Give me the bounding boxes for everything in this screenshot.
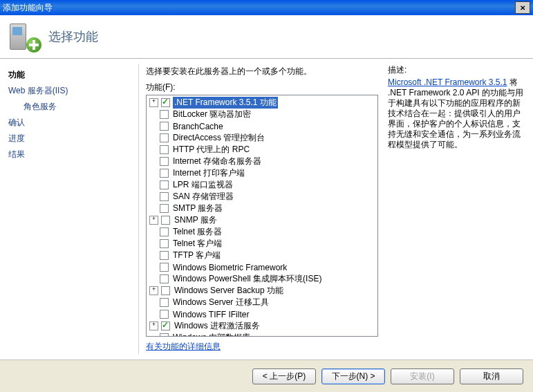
feature-label: Windows Server 迁移工具 xyxy=(171,297,270,308)
expand-icon xyxy=(149,252,157,259)
features-label: 功能(F): xyxy=(146,82,378,93)
expand-icon xyxy=(149,299,157,306)
window-title: 添加功能向导 xyxy=(3,2,53,14)
feature-checkbox[interactable] xyxy=(160,274,169,283)
feature-checkbox[interactable] xyxy=(160,122,169,131)
description-label: 描述: xyxy=(388,64,523,76)
wizard-step[interactable]: 角色服务 xyxy=(8,99,138,115)
feature-row[interactable]: Windows PowerShell 集成脚本环境(ISE) xyxy=(147,273,377,285)
expand-icon xyxy=(149,205,157,212)
expand-icon xyxy=(149,111,157,118)
expand-icon xyxy=(149,310,157,318)
feature-row[interactable]: Windows Server 迁移工具 xyxy=(147,297,377,308)
expand-icon xyxy=(149,334,157,337)
feature-row[interactable]: TFTP 客户端 xyxy=(147,250,377,261)
expand-icon[interactable]: + xyxy=(149,98,158,107)
feature-checkbox[interactable] xyxy=(160,169,169,178)
wizard-icon xyxy=(10,22,39,51)
expand-icon[interactable]: + xyxy=(149,216,158,225)
feature-checkbox[interactable] xyxy=(160,227,169,236)
feature-label: Windows PowerShell 集成脚本环境(ISE) xyxy=(171,273,323,285)
expand-icon xyxy=(149,169,157,177)
feature-row[interactable]: +Windows 进程激活服务 xyxy=(147,320,377,332)
feature-label: HTTP 代理上的 RPC xyxy=(171,144,251,156)
expand-icon[interactable]: + xyxy=(149,286,158,295)
expand-icon xyxy=(149,122,157,130)
feature-checkbox[interactable] xyxy=(160,333,169,337)
feature-checkbox[interactable] xyxy=(160,310,169,319)
features-tree[interactable]: +.NET Framework 3.5.1 功能BitLocker 驱动器加密B… xyxy=(146,95,378,337)
feature-label: Internet 存储命名服务器 xyxy=(171,156,263,167)
feature-checkbox[interactable] xyxy=(161,216,170,225)
feature-label: SAN 存储管理器 xyxy=(171,191,235,203)
wizard-step[interactable]: 确认 xyxy=(8,115,138,131)
feature-label: BitLocker 驱动器加密 xyxy=(171,109,252,120)
feature-row[interactable]: Windows TIFF IFilter xyxy=(147,308,377,320)
feature-checkbox[interactable] xyxy=(160,298,169,307)
install-button[interactable]: 安装(I) xyxy=(391,368,454,384)
expand-icon xyxy=(149,275,157,283)
expand-icon xyxy=(149,146,157,153)
wizard-step[interactable]: 功能 xyxy=(8,67,138,83)
feature-row[interactable]: SAN 存储管理器 xyxy=(147,191,377,203)
feature-checkbox[interactable] xyxy=(161,98,170,107)
feature-checkbox[interactable] xyxy=(160,110,169,119)
feature-checkbox[interactable] xyxy=(160,251,169,260)
feature-checkbox[interactable] xyxy=(161,286,170,295)
feature-label: Telnet 服务器 xyxy=(171,226,223,238)
feature-row[interactable]: DirectAccess 管理控制台 xyxy=(147,132,377,144)
feature-row[interactable]: HTTP 代理上的 RPC xyxy=(147,144,377,156)
feature-checkbox[interactable] xyxy=(160,263,169,272)
expand-icon[interactable]: + xyxy=(149,321,158,330)
instruction-text: 选择要安装在此服务器上的一个或多个功能。 xyxy=(146,66,378,77)
feature-checkbox[interactable] xyxy=(160,157,169,166)
cancel-button[interactable]: 取消 xyxy=(460,368,523,384)
feature-row[interactable]: Internet 存储命名服务器 xyxy=(147,156,377,167)
feature-row[interactable]: +.NET Framework 3.5.1 功能 xyxy=(147,97,377,109)
feature-label: SNMP 服务 xyxy=(173,214,218,226)
feature-row[interactable]: +Windows Server Backup 功能 xyxy=(147,285,377,297)
feature-label: Telnet 客户端 xyxy=(171,238,223,250)
feature-label: Windows TIFF IFilter xyxy=(171,310,250,319)
banner: 选择功能 xyxy=(0,15,533,59)
description-text: 将 .NET Framework 2.0 API 的功能与用于构建具有以下功能的… xyxy=(388,77,523,149)
next-button[interactable]: 下一步(N) > xyxy=(321,368,385,384)
feature-row[interactable]: Windows Biometric Framework xyxy=(147,261,377,273)
wizard-step[interactable]: 进度 xyxy=(8,131,138,147)
feature-row[interactable]: Telnet 客户端 xyxy=(147,238,377,250)
feature-row[interactable]: LPR 端口监视器 xyxy=(147,179,377,191)
page-title: 选择功能 xyxy=(48,28,98,45)
feature-row[interactable]: Windows 内部数据库 xyxy=(147,332,377,337)
feature-row[interactable]: Telnet 服务器 xyxy=(147,226,377,238)
feature-label: Windows Server Backup 功能 xyxy=(173,285,285,297)
feature-checkbox[interactable] xyxy=(160,192,169,201)
expand-icon xyxy=(149,193,157,200)
feature-row[interactable]: SMTP 服务器 xyxy=(147,203,377,214)
expand-icon xyxy=(149,228,157,236)
feature-checkbox[interactable] xyxy=(160,145,169,154)
feature-label: SMTP 服务器 xyxy=(171,203,224,214)
expand-icon xyxy=(149,263,157,271)
feature-label: TFTP 客户端 xyxy=(171,250,222,261)
feature-label: Windows 内部数据库 xyxy=(171,332,252,337)
description-link[interactable]: Microsoft .NET Framework 3.5.1 xyxy=(388,77,507,87)
feature-label: BranchCache xyxy=(171,122,225,131)
wizard-step[interactable]: Web 服务器(IIS) xyxy=(8,83,138,99)
expand-icon xyxy=(149,240,157,248)
feature-row[interactable]: BranchCache xyxy=(147,120,377,132)
feature-checkbox[interactable] xyxy=(160,180,169,189)
feature-checkbox[interactable] xyxy=(160,133,169,142)
close-button[interactable]: ✕ xyxy=(515,1,530,14)
prev-button[interactable]: < 上一步(P) xyxy=(252,368,316,384)
feature-checkbox[interactable] xyxy=(160,204,169,213)
feature-row[interactable]: Internet 打印客户端 xyxy=(147,167,377,179)
wizard-step[interactable]: 结果 xyxy=(8,147,138,162)
expand-icon xyxy=(149,181,157,189)
more-info-link[interactable]: 有关功能的详细信息 xyxy=(146,341,378,353)
feature-row[interactable]: +SNMP 服务 xyxy=(147,214,377,226)
feature-checkbox[interactable] xyxy=(161,321,170,330)
feature-checkbox[interactable] xyxy=(160,239,169,248)
footer: < 上一步(P) 下一步(N) > 安装(I) 取消 xyxy=(0,360,533,392)
feature-row[interactable]: BitLocker 驱动器加密 xyxy=(147,109,377,120)
titlebar: 添加功能向导 ✕ xyxy=(0,0,533,15)
